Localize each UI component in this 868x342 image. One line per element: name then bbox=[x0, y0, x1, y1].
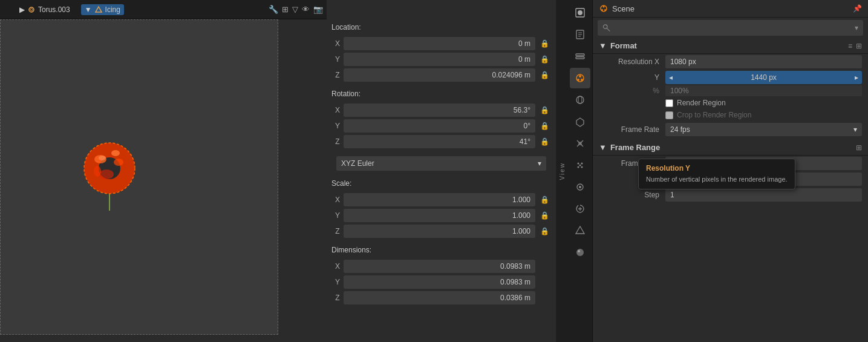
svg-point-37 bbox=[579, 165, 581, 166]
dim-y-lock[interactable]: 🔒 bbox=[538, 275, 551, 289]
viewport[interactable] bbox=[0, 19, 278, 335]
scale-x-lock[interactable]: 🔒 bbox=[538, 193, 551, 206]
scale-x-input[interactable] bbox=[344, 193, 535, 206]
constraints-icon[interactable] bbox=[570, 199, 590, 219]
scene-title-text: Scene bbox=[612, 4, 635, 13]
scene-icon-btn[interactable] bbox=[570, 68, 590, 88]
frame-rate-label: Frame Rate bbox=[599, 125, 665, 134]
svg-point-15 bbox=[94, 166, 101, 177]
view-side-label: View bbox=[556, 0, 567, 342]
rot-x-input[interactable] bbox=[344, 104, 535, 117]
rot-y-label: Y bbox=[331, 122, 344, 130]
format-header[interactable]: ▼ Format ≡ ⊞ bbox=[593, 38, 868, 54]
scale-y-input[interactable] bbox=[344, 209, 535, 222]
resolution-pct-label: % bbox=[599, 87, 665, 95]
torus-label: Torus.003 bbox=[38, 5, 70, 14]
svg-point-16 bbox=[99, 156, 106, 160]
svg-point-31 bbox=[578, 96, 582, 104]
icing-expand-icon: ▼ bbox=[85, 5, 92, 14]
frame-step-label: Step bbox=[599, 191, 665, 199]
rotation-mode-dropdown[interactable]: XYZ Euler ▾ bbox=[336, 156, 546, 171]
rot-z-input[interactable] bbox=[344, 135, 535, 148]
loc-z-lock[interactable]: 🔒 bbox=[538, 68, 551, 82]
pin-icon[interactable]: 📌 bbox=[853, 4, 862, 13]
scale-z-lock[interactable]: 🔒 bbox=[538, 225, 551, 238]
view-layer-icon[interactable] bbox=[570, 46, 590, 67]
svg-line-48 bbox=[607, 28, 610, 31]
frame-step-input[interactable]: 1 bbox=[665, 188, 862, 202]
scale-y-label: Y bbox=[331, 211, 344, 220]
format-section: ▼ Format ≡ ⊞ Resolution X 1080 px Y bbox=[593, 38, 868, 137]
format-list-icon[interactable]: ≡ bbox=[848, 42, 852, 50]
resolution-pct-input[interactable]: 100% bbox=[665, 85, 862, 96]
particles-icon[interactable] bbox=[570, 155, 590, 176]
rot-z-lock[interactable]: 🔒 bbox=[538, 135, 551, 148]
loc-x-lock[interactable]: 🔒 bbox=[538, 37, 551, 50]
scene-header-bar: Scene 📌 bbox=[593, 0, 868, 18]
format-chevron: ▼ bbox=[599, 41, 607, 50]
svg-point-27 bbox=[579, 75, 581, 77]
loc-y-input[interactable] bbox=[344, 53, 535, 66]
world-icon[interactable] bbox=[570, 90, 590, 110]
svg-point-35 bbox=[577, 166, 579, 168]
tooltip-title: Resolution Y bbox=[646, 164, 788, 173]
dim-x-label: X bbox=[331, 262, 344, 271]
scale-z-input[interactable] bbox=[344, 225, 535, 238]
outliner-torus[interactable]: ▶ Torus.003 bbox=[16, 4, 74, 15]
dim-z-label: Z bbox=[331, 294, 344, 302]
search-input[interactable] bbox=[614, 24, 855, 32]
dim-z-input[interactable] bbox=[344, 291, 535, 304]
frame-rate-row: Frame Rate 24 fps ▾ bbox=[593, 122, 868, 137]
svg-point-30 bbox=[576, 96, 584, 104]
resolution-y-tooltip: Resolution Y Number of vertical pixels i… bbox=[638, 159, 795, 189]
resolution-y-input[interactable]: ◂ 1440 px ▸ bbox=[665, 71, 862, 84]
location-y-row: Y 🔒 bbox=[331, 52, 551, 67]
res-y-value: 1440 px bbox=[751, 73, 777, 82]
dim-z-lock[interactable]: 🔒 bbox=[538, 291, 551, 304]
modifier-icon[interactable] bbox=[570, 133, 590, 154]
output-icon[interactable] bbox=[570, 24, 590, 45]
svg-point-29 bbox=[581, 79, 583, 81]
outliner-icing[interactable]: ▼ Icing bbox=[81, 4, 124, 15]
scale-z-label: Z bbox=[331, 227, 344, 235]
scale-header: Scale: bbox=[327, 176, 556, 190]
render-icon[interactable] bbox=[570, 2, 590, 23]
resolution-x-input[interactable]: 1080 px bbox=[665, 55, 862, 68]
properties-icon-bar bbox=[567, 0, 593, 342]
tooltip-description: Number of vertical pixels in the rendere… bbox=[646, 175, 788, 184]
format-grid-icon[interactable]: ⊞ bbox=[856, 42, 862, 50]
svg-point-13 bbox=[99, 169, 114, 179]
dim-x-lock[interactable]: 🔒 bbox=[538, 260, 551, 273]
rot-y-lock[interactable]: 🔒 bbox=[538, 119, 551, 133]
material-icon[interactable] bbox=[570, 242, 590, 263]
render-region-checkbox[interactable] bbox=[665, 99, 673, 107]
rot-y-input[interactable] bbox=[344, 119, 535, 133]
dropdown-arrow: ▾ bbox=[538, 159, 541, 168]
dim-x-input[interactable] bbox=[344, 260, 535, 273]
dim-y-label: Y bbox=[331, 278, 344, 286]
eye-icon: 👁 bbox=[302, 5, 310, 14]
loc-x-input[interactable] bbox=[344, 37, 535, 50]
search-collapse-icon[interactable]: ▾ bbox=[855, 24, 858, 32]
camera-small-icon: 📷 bbox=[313, 5, 323, 14]
loc-z-label: Z bbox=[331, 71, 344, 79]
donut-object bbox=[73, 129, 146, 215]
crop-to-render-checkbox[interactable] bbox=[665, 111, 673, 119]
dim-y-input[interactable] bbox=[344, 275, 535, 289]
frame-range-grid-icon[interactable]: ⊞ bbox=[856, 143, 862, 152]
svg-point-28 bbox=[577, 79, 579, 81]
view-text: View bbox=[559, 162, 566, 180]
loc-z-input[interactable] bbox=[344, 68, 535, 82]
frame-range-header[interactable]: ▼ Frame Range ⊞ bbox=[593, 140, 868, 156]
transform-panel: Location: X 🔒 Y 🔒 Z 🔒 Rotation: bbox=[327, 0, 556, 342]
frame-rate-dropdown[interactable]: 24 fps ▾ bbox=[665, 123, 862, 136]
res-y-right-arrow[interactable]: ▸ bbox=[851, 73, 862, 82]
res-y-left-arrow[interactable]: ◂ bbox=[665, 73, 676, 82]
loc-y-lock[interactable]: 🔒 bbox=[538, 53, 551, 66]
scale-y-lock[interactable]: 🔒 bbox=[538, 209, 551, 222]
data-icon[interactable] bbox=[570, 220, 590, 241]
physics-icon[interactable] bbox=[570, 177, 590, 197]
object-icon[interactable] bbox=[570, 111, 590, 132]
search-icon bbox=[602, 24, 610, 32]
rot-x-lock[interactable]: 🔒 bbox=[538, 104, 551, 117]
